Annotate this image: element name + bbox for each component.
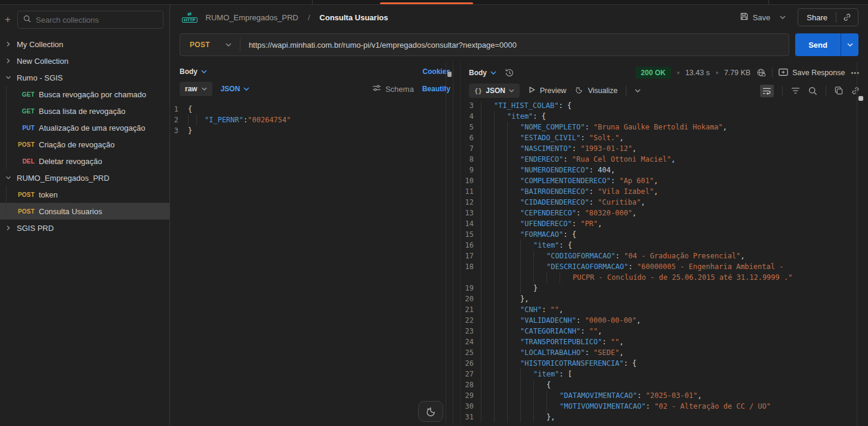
- chevron-right-icon[interactable]: [5, 41, 11, 47]
- url-input[interactable]: https://wapi.minhati.com.br/rumo-pi/v1/e…: [249, 41, 517, 50]
- send-button[interactable]: Send: [795, 33, 841, 56]
- tree-request[interactable]: GETBusca revogação por chamado: [0, 86, 169, 103]
- code-token: :: [576, 209, 585, 217]
- breadcrumb-request-name[interactable]: Consulta Usuarios: [320, 13, 388, 22]
- format-label: JSON: [221, 85, 240, 93]
- search-collections-box[interactable]: [17, 11, 163, 29]
- line-number: 26: [461, 358, 481, 369]
- copy-link-icon[interactable]: [836, 9, 858, 26]
- line-number: 18: [461, 261, 481, 272]
- code-line: 21"CNH": "",: [461, 304, 868, 315]
- tree-request[interactable]: GETBusca lista de revogação: [0, 103, 169, 119]
- raw-dropdown[interactable]: raw: [180, 82, 212, 96]
- code-line: 12"CIDADEENDERECO": "Curitiba",: [461, 197, 868, 208]
- send-button-group: Send: [795, 33, 858, 56]
- code-line: PUCPR - Concluído - de 25.06.2015 até 31…: [461, 272, 868, 283]
- indent-guide: [481, 315, 494, 326]
- chevron-down-icon[interactable]: [5, 75, 11, 81]
- response-pane: Body 200 OK 13.43 s 7.79: [460, 62, 868, 425]
- postbot-button[interactable]: [418, 401, 443, 422]
- code-token: "TI_HIST_COLAB": [494, 101, 558, 110]
- preview-button[interactable]: Preview: [528, 86, 566, 95]
- method-select[interactable]: POST: [180, 41, 240, 49]
- line-number: 10: [461, 175, 481, 186]
- tree-folder[interactable]: New Collection: [0, 53, 169, 69]
- code-line: 10"COMPLEMENTOENDERECO": "Ap 601",: [461, 175, 868, 186]
- network-info-icon[interactable]: [756, 68, 766, 78]
- save-response-button[interactable]: Save Response: [779, 68, 845, 78]
- code-token: : [: [559, 370, 572, 378]
- method-badge: GET: [14, 91, 35, 98]
- tree-request[interactable]: POSTCriação de revogação: [0, 136, 169, 153]
- scrollbar-thumb[interactable]: [447, 72, 452, 77]
- tree-folder[interactable]: Rumo - SGIS: [0, 69, 169, 86]
- wrap-text-button[interactable]: [760, 85, 774, 97]
- code-line: 15"FORMACAO": {: [461, 229, 868, 240]
- tree-folder[interactable]: RUMO_Empregados_PRD: [0, 169, 169, 186]
- visualize-options-chevron[interactable]: [635, 89, 641, 92]
- visualize-icon: [574, 86, 583, 96]
- indent-guide: [520, 369, 533, 379]
- tree-request[interactable]: POSTConsulta Usuarios: [0, 203, 169, 220]
- search-collections-input[interactable]: [36, 16, 157, 24]
- request-header: ⇄HTTP RUMO_Empregados_PRD / Consulta Usu…: [170, 5, 868, 30]
- tree-request[interactable]: PUTAtualização de uma revogação: [0, 119, 169, 136]
- tree-folder[interactable]: SGIS PRD: [0, 220, 169, 236]
- status-badge[interactable]: 200 OK: [635, 67, 671, 79]
- request-body-dropdown[interactable]: Body: [180, 67, 207, 76]
- filter-icon[interactable]: [791, 87, 800, 94]
- code-token: "item": [533, 370, 559, 378]
- send-options-chevron[interactable]: [841, 33, 858, 56]
- response-history-icon[interactable]: [505, 68, 514, 78]
- request-editor-scrollbar[interactable]: [446, 62, 453, 425]
- format-dropdown[interactable]: JSON: [221, 85, 250, 93]
- tree-item-label: Rumo - SGIS: [17, 73, 63, 82]
- copy-response-icon[interactable]: [835, 87, 843, 95]
- line-number: 21: [461, 304, 481, 315]
- request-body-editor[interactable]: 1{2"I_PERNR":"00264754"3}: [170, 101, 460, 425]
- code-line: 20},: [461, 294, 868, 304]
- chevron-right-icon[interactable]: [5, 58, 11, 64]
- indent-guide: [507, 154, 520, 165]
- breadcrumb-collection[interactable]: RUMO_Empregados_PRD: [206, 13, 298, 22]
- schema-toggle[interactable]: Schema: [372, 84, 414, 94]
- indent-guide: [507, 347, 520, 358]
- response-body-viewer[interactable]: 3"TI_HIST_COLAB": {4"item": {5"NOME_COMP…: [461, 101, 868, 425]
- search-response-icon[interactable]: [808, 87, 817, 95]
- visualize-button[interactable]: Visualize: [574, 86, 617, 96]
- line-number: 20: [461, 294, 481, 304]
- code-line: 3}: [170, 125, 460, 136]
- save-options-chevron[interactable]: [780, 16, 786, 19]
- code-token: : {: [563, 230, 576, 239]
- chevron-right-icon[interactable]: [5, 225, 11, 231]
- indent-guide: [507, 326, 520, 337]
- code-token: "DATAMOVIMENTACAO": [560, 391, 637, 400]
- code-token: :: [602, 338, 610, 346]
- request-url-field[interactable]: POST https://wapi.minhati.com.br/rumo-pi…: [180, 33, 789, 56]
- indent-guide: [494, 283, 507, 294]
- response-scrollbar[interactable]: [857, 62, 864, 425]
- indent-guide: [533, 390, 546, 401]
- chevron-down-icon[interactable]: [5, 175, 11, 181]
- tree-request[interactable]: DELDeletar revogação: [0, 153, 169, 169]
- response-body-dropdown[interactable]: Body: [469, 69, 496, 77]
- save-icon: [740, 12, 749, 23]
- code-token: {: [188, 105, 192, 113]
- response-size[interactable]: 7.79 KB: [724, 69, 750, 77]
- new-button[interactable]: +: [2, 14, 13, 25]
- share-button[interactable]: Share: [798, 9, 836, 26]
- code-token: : {: [559, 241, 572, 249]
- code-token: ,: [619, 348, 623, 357]
- scrollbar-thumb[interactable]: [858, 96, 863, 101]
- indent-guide: [507, 379, 520, 390]
- response-body-label: Body: [469, 69, 487, 77]
- indent-guide: [481, 251, 494, 261]
- save-button[interactable]: Save: [740, 12, 771, 23]
- tree-request[interactable]: POSTtoken: [0, 186, 169, 203]
- code-token: "CODIGOFORMACAO": [546, 252, 616, 260]
- tree-folder[interactable]: My Collection: [0, 36, 169, 53]
- response-format-dropdown[interactable]: {} JSON: [469, 84, 520, 98]
- code-token: "": [611, 338, 619, 346]
- indent-guide: [481, 261, 494, 272]
- response-time[interactable]: 13.43 s: [685, 69, 710, 77]
